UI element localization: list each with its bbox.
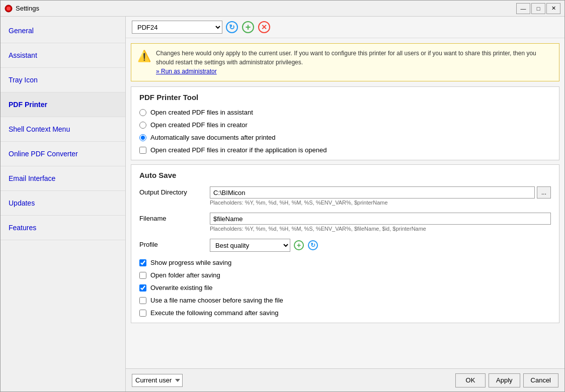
sidebar: General Assistant Tray Icon PDF Printer … bbox=[1, 17, 126, 391]
browse-button[interactable]: ... bbox=[537, 186, 551, 199]
checkbox-overwrite-file[interactable]: Overwrite existing file bbox=[139, 284, 551, 291]
profile-controls: Best quality + ↻ bbox=[210, 239, 551, 252]
warning-box: ⚠️ Changes here would only apply to the … bbox=[131, 43, 559, 81]
radio-auto-save-input[interactable] bbox=[139, 134, 146, 141]
sidebar-item-features[interactable]: Features bbox=[1, 216, 125, 240]
user-select[interactable]: Current user bbox=[132, 374, 183, 387]
auto-save-section: Auto Save Output Directory ... Placehold… bbox=[131, 164, 559, 323]
title-bar: Settings — □ ✕ bbox=[1, 1, 564, 17]
main-window: Settings — □ ✕ General Assistant Tray Ic… bbox=[0, 0, 565, 392]
profile-input-group: Best quality + ↻ bbox=[210, 239, 551, 252]
checkbox-show-progress-input[interactable] bbox=[139, 259, 146, 266]
apply-button[interactable]: Apply bbox=[489, 373, 520, 387]
checkbox-name-chooser-input[interactable] bbox=[139, 297, 146, 304]
sidebar-item-assistant[interactable]: Assistant bbox=[1, 43, 125, 68]
add-printer-button[interactable]: + bbox=[241, 21, 255, 34]
output-directory-row: Output Directory ... Placeholders: %Y, %… bbox=[139, 186, 551, 206]
radio-group: Open created PDF files in assistant Open… bbox=[139, 109, 551, 154]
radio-open-creator-input[interactable] bbox=[139, 122, 146, 129]
pdf-printer-tool-title: PDF Printer Tool bbox=[139, 93, 551, 102]
profile-label: Profile bbox=[139, 239, 210, 248]
filename-label: Filename bbox=[139, 213, 210, 222]
sidebar-item-email-interface[interactable]: Email Interface bbox=[1, 166, 125, 191]
title-bar-controls: — □ ✕ bbox=[516, 3, 560, 14]
minimize-button[interactable]: — bbox=[516, 3, 530, 14]
refresh-icon: ↻ bbox=[226, 21, 238, 33]
refresh-printer-button[interactable]: ↻ bbox=[225, 21, 238, 34]
radio-open-creator[interactable]: Open created PDF files in creator bbox=[139, 121, 551, 129]
filename-input[interactable] bbox=[210, 213, 551, 225]
output-directory-placeholder: Placeholders: %Y, %m, %d, %H, %M, %S, %E… bbox=[210, 200, 551, 206]
add-icon: + bbox=[242, 21, 254, 33]
warning-text: Changes here would only apply to the cur… bbox=[156, 49, 553, 76]
sidebar-item-updates[interactable]: Updates bbox=[1, 191, 125, 216]
content-area: PDF24 ↻ + ✕ ⚠️ Changes here would bbox=[126, 17, 564, 391]
checkbox-open-creator-app[interactable]: Open created PDF files in creator if the… bbox=[139, 146, 551, 154]
refresh-profile-icon: ↻ bbox=[308, 240, 318, 250]
checkbox-execute-command-input[interactable] bbox=[139, 310, 146, 317]
bottom-bar: Current user OK Apply Cancel bbox=[126, 368, 564, 391]
filename-controls: Placeholders: %Y, %m, %d, %H, %M, %S, %E… bbox=[210, 213, 551, 232]
filename-placeholder: Placeholders: %Y, %m, %d, %H, %M, %S, %E… bbox=[210, 226, 551, 232]
remove-icon: ✕ bbox=[258, 21, 270, 33]
sidebar-item-general[interactable]: General bbox=[1, 19, 125, 43]
close-button[interactable]: ✕ bbox=[546, 3, 560, 14]
checkbox-show-progress[interactable]: Show progress while saving bbox=[139, 259, 551, 266]
pdf-printer-tool-section: PDF Printer Tool Open created PDF files … bbox=[131, 86, 559, 160]
output-directory-input-group: ... bbox=[210, 186, 551, 199]
sidebar-item-tray-icon[interactable]: Tray Icon bbox=[1, 68, 125, 92]
sidebar-item-pdf-printer[interactable]: PDF Printer bbox=[1, 92, 125, 117]
svg-point-1 bbox=[7, 7, 11, 11]
remove-printer-button[interactable]: ✕ bbox=[258, 21, 271, 34]
cancel-button[interactable]: Cancel bbox=[523, 373, 558, 387]
toolbar: PDF24 ↻ + ✕ bbox=[126, 17, 564, 38]
profile-select[interactable]: Best quality bbox=[210, 239, 290, 252]
warning-icon: ⚠️ bbox=[137, 50, 151, 63]
checkbox-open-folder[interactable]: Open folder after saving bbox=[139, 271, 551, 279]
radio-open-assistant[interactable]: Open created PDF files in assistant bbox=[139, 109, 551, 116]
sidebar-item-online-pdf-converter[interactable]: Online PDF Converter bbox=[1, 142, 125, 166]
checkbox-open-folder-input[interactable] bbox=[139, 272, 146, 279]
radio-auto-save[interactable]: Automatically save documents after print… bbox=[139, 134, 551, 141]
checkbox-group: Show progress while saving Open folder a… bbox=[139, 259, 551, 317]
refresh-profile-button[interactable]: ↻ bbox=[307, 240, 318, 251]
add-profile-icon: + bbox=[294, 240, 304, 250]
ok-button[interactable]: OK bbox=[455, 373, 486, 387]
printer-select[interactable]: PDF24 bbox=[132, 21, 222, 34]
checkbox-name-chooser[interactable]: Use a file name chooser before saving th… bbox=[139, 297, 551, 304]
run-as-admin-link[interactable]: » Run as administrator bbox=[156, 68, 217, 75]
user-select-wrapper: Current user bbox=[132, 374, 183, 387]
checkbox-open-creator-app-input[interactable] bbox=[139, 147, 146, 154]
main-content: General Assistant Tray Icon PDF Printer … bbox=[1, 17, 564, 391]
output-directory-input[interactable] bbox=[210, 186, 535, 199]
auto-save-title: Auto Save bbox=[139, 171, 551, 179]
window-title: Settings bbox=[16, 5, 516, 12]
checkbox-execute-command[interactable]: Execute the following command after savi… bbox=[139, 309, 551, 317]
filename-row: Filename Placeholders: %Y, %m, %d, %H, %… bbox=[139, 213, 551, 232]
output-directory-label: Output Directory bbox=[139, 186, 210, 196]
checkbox-overwrite-file-input[interactable] bbox=[139, 284, 146, 291]
maximize-button[interactable]: □ bbox=[531, 3, 545, 14]
scroll-area[interactable]: ⚠️ Changes here would only apply to the … bbox=[126, 38, 564, 368]
profile-row: Profile Best quality + ↻ bbox=[139, 239, 551, 252]
app-icon bbox=[5, 5, 13, 13]
output-directory-controls: ... Placeholders: %Y, %m, %d, %H, %M, %S… bbox=[210, 186, 551, 206]
sidebar-item-shell-context-menu[interactable]: Shell Context Menu bbox=[1, 117, 125, 142]
radio-open-assistant-input[interactable] bbox=[139, 109, 146, 116]
add-profile-button[interactable]: + bbox=[293, 240, 304, 251]
